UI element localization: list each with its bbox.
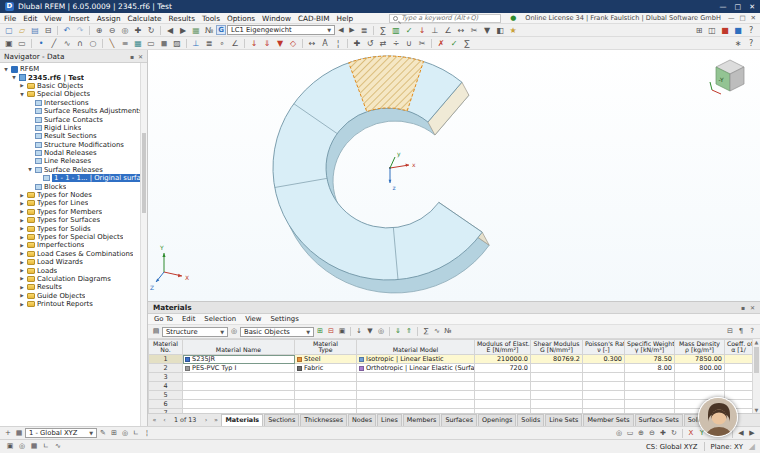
tree-item-surface-releases[interactable]: ▼Surface Releases — [0, 166, 147, 174]
export-excel-icon[interactable]: ⇑ — [404, 326, 414, 337]
tree-expander-icon[interactable]: ▶ — [19, 209, 25, 214]
menu-insert[interactable]: Insert — [69, 14, 90, 23]
cell-coeff[interactable] — [725, 355, 753, 364]
cell-G[interactable]: 80769.2 — [531, 355, 583, 364]
dlubal-red-icon[interactable]: ■ — [719, 25, 731, 36]
cell-type[interactable]: Fabric — [295, 364, 357, 373]
menu-edit[interactable]: Edit — [23, 14, 37, 23]
objects-selector[interactable]: Basic Objects▼ — [240, 327, 314, 337]
tree-item-types-for-special-objects[interactable]: ▶Types for Special Objects — [0, 233, 147, 241]
undo-icon[interactable]: ↶ — [61, 25, 73, 36]
table-menu-settings[interactable]: Settings — [270, 315, 298, 323]
zoom-in-icon[interactable]: ⊕ — [93, 25, 105, 36]
move-icon[interactable]: ✚ — [351, 38, 363, 49]
cell-E[interactable]: 210000.0 — [475, 355, 531, 364]
tree-item-structure-modifications[interactable]: Structure Modifications — [0, 141, 147, 149]
snap-icon[interactable]: ◎ — [120, 428, 130, 439]
tree-expander-icon[interactable]: ▶ — [19, 260, 25, 265]
menu-tools[interactable]: Tools — [202, 14, 220, 23]
ortho-toggle-icon[interactable]: ∟ — [41, 441, 51, 452]
results-check-icon[interactable]: ✓ — [403, 25, 415, 36]
tree-expander-icon[interactable]: ▼ — [27, 167, 33, 172]
online-status-icon[interactable]: ● — [508, 13, 518, 24]
tree-item-loads[interactable]: ▶Loads — [0, 266, 147, 274]
cell-E[interactable] — [475, 373, 531, 382]
model-viewport[interactable]: x y z Y X Z — [148, 50, 760, 302]
tree-item-guide-objects[interactable]: ▶Guide Objects — [0, 292, 147, 300]
row-number[interactable]: 2 — [149, 364, 183, 373]
keyword-search[interactable] — [389, 14, 501, 23]
line-icon[interactable]: ╱ — [48, 38, 60, 49]
tree-item-types-for-solids[interactable]: ▶Types for Solids — [0, 224, 147, 232]
cell-gamma[interactable] — [625, 373, 675, 382]
sort-icon[interactable]: ↓ — [354, 326, 364, 337]
cell-rho[interactable]: 7850.00 — [675, 355, 725, 364]
cell-E[interactable] — [475, 409, 531, 414]
table-scrollbar[interactable]: ▲▼ — [752, 339, 760, 413]
zoom-window-icon[interactable]: ▭ — [625, 428, 635, 439]
cell-model[interactable] — [357, 382, 475, 391]
window-select-icon[interactable]: ▭ — [16, 38, 28, 49]
cell-E[interactable] — [475, 400, 531, 409]
cell-G[interactable] — [531, 409, 583, 414]
solid-icon[interactable]: ◼ — [158, 38, 170, 49]
dimension-icon[interactable]: ↔ — [306, 38, 318, 49]
row-number[interactable]: 3 — [149, 373, 183, 382]
show-releases-icon[interactable]: ∠ — [442, 25, 454, 36]
table-menu-selection[interactable]: Selection — [204, 315, 236, 323]
cell-rho[interactable] — [675, 382, 725, 391]
tab-members[interactable]: Members — [403, 414, 441, 426]
cell-G[interactable] — [531, 391, 583, 400]
tab-line-sets[interactable]: Line Sets — [545, 414, 582, 426]
measure-icon[interactable]: ↔ — [455, 25, 467, 36]
member-set-icon[interactable]: ≡ — [119, 38, 131, 49]
last-page-button[interactable]: » — [211, 414, 220, 426]
ortho-icon[interactable]: ∟ — [131, 428, 141, 439]
cell-name[interactable] — [183, 382, 295, 391]
navigator-scrollbar[interactable] — [140, 63, 147, 426]
saved-views-icon[interactable]: ★ — [507, 25, 519, 36]
open-model-icon[interactable]: ▱ — [16, 25, 28, 36]
tab-openings[interactable]: Openings — [478, 414, 516, 426]
structure-selector[interactable]: Structure▼ — [162, 327, 228, 337]
line-release-icon[interactable]: ∠ — [229, 38, 241, 49]
tree-item-types-for-nodes[interactable]: ▶Types for Nodes — [0, 191, 147, 199]
rotate-icon[interactable]: ↺ — [364, 38, 376, 49]
tree-expander-icon[interactable]: ▶ — [19, 302, 25, 307]
show-supports-icon[interactable]: ⊥ — [429, 25, 441, 36]
member-hinge-icon[interactable]: ∘ — [216, 38, 228, 49]
show-loads-icon[interactable]: ↓ — [416, 25, 428, 36]
menu-assign[interactable]: Assign — [97, 14, 121, 23]
table-menu-go-to[interactable]: Go To — [154, 315, 173, 323]
report-icon[interactable]: ¶ — [736, 326, 746, 337]
free-load-icon[interactable]: ◇ — [287, 38, 299, 49]
tree-expander-icon[interactable]: ▼ — [11, 75, 17, 80]
load-type-icon[interactable]: G — [216, 25, 226, 35]
tab-thicknesses[interactable]: Thicknesses — [300, 414, 347, 426]
first-page-button[interactable]: « — [150, 414, 159, 426]
opening-icon[interactable]: ▨ — [171, 38, 183, 49]
show-results-icon[interactable]: ▥ — [390, 25, 402, 36]
pan-icon[interactable]: ✚ — [658, 428, 668, 439]
table-menu-view[interactable]: View — [245, 315, 261, 323]
cell-G[interactable] — [531, 400, 583, 409]
tree-item-line-releases[interactable]: Line Releases — [0, 157, 147, 165]
line-support-icon[interactable]: ≣ — [203, 38, 215, 49]
cell-model[interactable] — [357, 400, 475, 409]
cell-model[interactable]: Isotropic | Linear Elastic — [357, 355, 475, 364]
tab-nodes[interactable]: Nodes — [348, 414, 376, 426]
cell-nu[interactable]: 0.300 — [583, 355, 625, 364]
tree-expander-icon[interactable]: ▼ — [3, 67, 9, 72]
settings-icon[interactable]: ∗ — [732, 38, 744, 49]
mdi-close-button[interactable]: ✕ — [751, 14, 756, 22]
tree-item-types-for-surfaces[interactable]: ▶Types for Surfaces — [0, 216, 147, 224]
tab-lines[interactable]: Lines — [377, 414, 402, 426]
cell-model[interactable] — [357, 409, 475, 414]
cell-coeff[interactable] — [725, 364, 753, 373]
search-table-icon[interactable]: ◎ — [229, 326, 239, 337]
mdi-restore-button[interactable]: □ — [739, 14, 745, 22]
tree-expander-icon[interactable]: ▶ — [19, 293, 25, 298]
guidelines-icon[interactable]: ¦ — [142, 428, 152, 439]
cell-coeff[interactable] — [725, 391, 753, 400]
import-excel-icon[interactable]: ⇓ — [393, 326, 403, 337]
